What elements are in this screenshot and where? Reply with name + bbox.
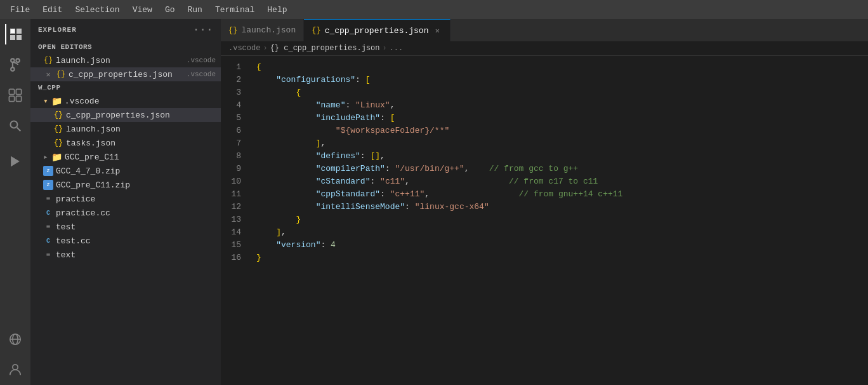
line-number-11: 11 bbox=[221, 188, 251, 201]
line-number-9: 9 bbox=[221, 163, 251, 175]
file-label-2: launch.json bbox=[66, 125, 216, 134]
line-number-12: 12 bbox=[221, 201, 251, 213]
workspace-section[interactable]: W_CPP bbox=[30, 81, 221, 94]
svg-line-9 bbox=[17, 128, 21, 132]
chevron-down-icon: ▾ bbox=[43, 96, 48, 106]
line-number-15: 15 bbox=[221, 239, 251, 252]
explorer-activity-icon[interactable] bbox=[5, 24, 25, 44]
file-text[interactable]: ≡ text bbox=[30, 248, 221, 262]
line-content-3: { bbox=[251, 86, 868, 99]
line-content-5: "includePath": [ bbox=[251, 112, 868, 125]
close-editor-icon[interactable]: ✕ bbox=[43, 70, 53, 79]
breadcrumb-section[interactable]: ... bbox=[390, 44, 404, 53]
file-practice-cc[interactable]: C practice.cc bbox=[30, 206, 221, 220]
file-c-cpp-properties[interactable]: {} c_cpp_properties.json bbox=[30, 108, 221, 122]
line-content-4: "name": "Linux", bbox=[251, 99, 868, 112]
vscode-folder[interactable]: ▾ 📁 .vscode bbox=[30, 94, 221, 108]
line-number-13: 13 bbox=[221, 213, 251, 226]
line-content-16: } bbox=[251, 252, 868, 264]
menu-file[interactable]: File bbox=[5, 3, 35, 17]
file-test-cc[interactable]: C test.cc bbox=[30, 234, 221, 248]
debug-activity-icon[interactable] bbox=[5, 151, 25, 172]
line-content-10: "cStandard": "c11", // from c17 to c11 bbox=[251, 175, 868, 188]
tab-label: launch.json bbox=[241, 25, 296, 35]
code-line-9: 9 "compilerPath": "/usr/bin/g++", // fro… bbox=[221, 163, 868, 175]
file-icon-3: ≡ bbox=[43, 250, 53, 260]
extensions-activity-icon[interactable] bbox=[5, 85, 25, 105]
menu-selection[interactable]: Selection bbox=[70, 3, 124, 17]
file-label-5: GCC_4_7_0.zip bbox=[56, 166, 216, 176]
cpp-icon-2: C bbox=[43, 236, 53, 246]
line-content-9: "compilerPath": "/usr/bin/g++", // from … bbox=[251, 163, 868, 175]
line-content-6: "${workspaceFolder}/**" bbox=[251, 125, 868, 137]
remote-activity-icon[interactable] bbox=[5, 329, 25, 349]
code-line-13: 13 } bbox=[221, 213, 868, 226]
file-gcc-zip1[interactable]: z GCC_4_7_0.zip bbox=[30, 164, 221, 178]
code-line-10: 10 "cStandard": "c11", // from c17 to c1… bbox=[221, 175, 868, 188]
line-content-13: } bbox=[251, 213, 868, 226]
code-line-12: 12 "intelliSenseMode": "linux-gcc-x64" bbox=[221, 201, 868, 213]
menu-help[interactable]: Help bbox=[262, 3, 292, 17]
code-line-8: 8 "defines": [], bbox=[221, 150, 868, 163]
open-editor-label-2: c_cpp_properties.json bbox=[69, 70, 181, 79]
json-icon-3: {} bbox=[53, 138, 63, 148]
open-editor-c-cpp-properties[interactable]: ✕ {} c_cpp_properties.json .vscode bbox=[30, 67, 221, 81]
menu-edit[interactable]: Edit bbox=[37, 3, 67, 17]
file-icon: ≡ bbox=[43, 194, 53, 204]
sidebar-title: Explorer bbox=[38, 26, 77, 34]
open-editor-secondary: .vscode bbox=[187, 57, 216, 64]
file-label-6: GCC_pre_C11.zip bbox=[56, 180, 216, 190]
gcc-pre-c11-folder[interactable]: ▸ 📁 GCC_pre_C11 bbox=[30, 150, 221, 164]
line-number-3: 3 bbox=[221, 86, 251, 99]
code-line-2: 2 "configurations": [ bbox=[221, 74, 868, 86]
code-line-5: 5 "includePath": [ bbox=[221, 112, 868, 125]
file-label-3: tasks.json bbox=[66, 138, 216, 148]
svg-point-13 bbox=[13, 365, 18, 370]
menu-view[interactable]: View bbox=[128, 3, 157, 17]
file-test[interactable]: ≡ test bbox=[30, 220, 221, 234]
svg-rect-4 bbox=[9, 89, 14, 94]
menu-run[interactable]: Run bbox=[182, 3, 207, 17]
file-tasks-json[interactable]: {} tasks.json bbox=[30, 136, 221, 150]
code-line-3: 3 { bbox=[221, 86, 868, 99]
open-editor-secondary-2: .vscode bbox=[187, 71, 216, 78]
tab-close-icon[interactable]: ✕ bbox=[432, 26, 442, 36]
code-line-16: 16 } bbox=[221, 252, 868, 264]
json-file-icon: {} bbox=[43, 55, 53, 65]
line-content-12: "intelliSenseMode": "linux-gcc-x64" bbox=[251, 201, 868, 213]
json-file-icon-2: {} bbox=[56, 69, 66, 79]
menu-terminal[interactable]: Terminal bbox=[210, 3, 260, 17]
source-control-activity-icon[interactable] bbox=[5, 55, 25, 75]
menu-go[interactable]: Go bbox=[160, 3, 180, 17]
search-activity-icon[interactable] bbox=[5, 116, 25, 136]
folder-icon: 📁 bbox=[52, 96, 62, 106]
code-line-7: 7 ], bbox=[221, 137, 868, 150]
activity-bar bbox=[0, 19, 30, 385]
breadcrumb-vscode[interactable]: .vscode bbox=[228, 44, 260, 53]
file-gcc-zip2[interactable]: z GCC_pre_C11.zip bbox=[30, 178, 221, 192]
svg-rect-5 bbox=[16, 89, 21, 94]
line-content-14: ], bbox=[251, 226, 868, 239]
line-content-15: "version": 4 bbox=[251, 239, 868, 252]
file-label-8: practice.cc bbox=[56, 208, 216, 218]
file-launch-json[interactable]: {} launch.json bbox=[30, 122, 221, 136]
tab-launch-json[interactable]: {} launch.json bbox=[221, 19, 304, 41]
tab-c-cpp-properties[interactable]: {} c_cpp_properties.json ✕ bbox=[304, 19, 450, 41]
svg-point-8 bbox=[10, 121, 17, 128]
file-practice[interactable]: ≡ practice bbox=[30, 192, 221, 206]
code-line-14: 14 ], bbox=[221, 226, 868, 239]
line-number-10: 10 bbox=[221, 175, 251, 188]
open-editor-launch-json[interactable]: {} launch.json .vscode bbox=[30, 53, 221, 67]
breadcrumb-filename[interactable]: {} c_cpp_properties.json bbox=[270, 44, 380, 53]
open-editors-section[interactable]: Open Editors bbox=[30, 41, 221, 53]
line-number-2: 2 bbox=[221, 74, 251, 86]
account-activity-icon[interactable] bbox=[5, 360, 25, 380]
line-content-2: "configurations": [ bbox=[251, 74, 868, 86]
sidebar-more-button[interactable]: ··· bbox=[193, 24, 213, 36]
breadcrumb-sep-2: › bbox=[382, 44, 386, 53]
zip-icon: z bbox=[43, 166, 53, 176]
tab-bar: {} launch.json {} c_cpp_properties.json … bbox=[221, 19, 868, 41]
code-line-6: 6 "${workspaceFolder}/**" bbox=[221, 125, 868, 137]
code-editor[interactable]: 1 { 2 "configurations": [ 3 { 4 "name": … bbox=[221, 56, 868, 385]
folder-label: .vscode bbox=[65, 97, 216, 106]
